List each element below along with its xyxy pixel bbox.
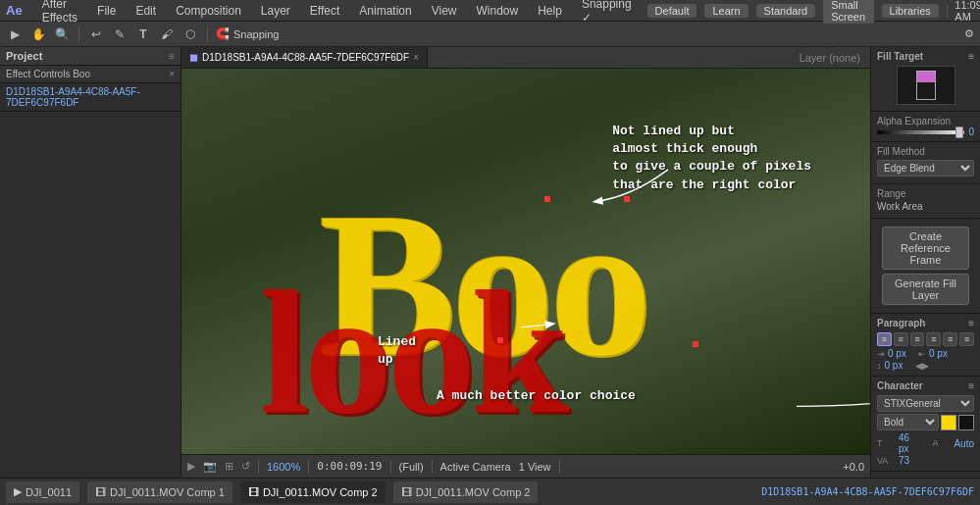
zoom-level[interactable]: 1600% bbox=[267, 461, 300, 473]
zoom-tool-icon[interactable]: 🔍 bbox=[53, 25, 71, 43]
bottom-tab-comp1[interactable]: 🎞 DJI_0011.MOV Comp 1 bbox=[87, 481, 232, 503]
align-center-button[interactable]: ≡ bbox=[894, 332, 908, 346]
workspace-standard[interactable]: Standard bbox=[756, 4, 816, 18]
rotate-tool-icon[interactable]: ↩ bbox=[87, 25, 105, 43]
camera-icon[interactable]: 📷 bbox=[203, 460, 217, 473]
indent-left-value[interactable]: 0 px bbox=[888, 348, 915, 359]
range-label: Range bbox=[877, 188, 974, 199]
workspace-libraries[interactable]: Libraries bbox=[882, 4, 939, 18]
font-style-select[interactable]: Bold bbox=[877, 414, 939, 430]
fill-method-select[interactable]: Edge Blend bbox=[877, 160, 974, 177]
corner-marker-tl bbox=[544, 196, 550, 202]
indent-right-value[interactable]: 0 px bbox=[929, 348, 956, 359]
hand-tool-icon[interactable]: ✋ bbox=[29, 25, 47, 43]
alpha-expansion-section: Alpha Expansion 0 bbox=[871, 112, 980, 142]
workspace-small-screen[interactable]: Small Screen bbox=[823, 0, 873, 24]
comp-footer: ▶ 📷 ⊞ ↺ 1600% 0:00:09:19 (Full) Active C… bbox=[181, 454, 870, 478]
justify-center-button[interactable]: ≡ bbox=[943, 332, 957, 346]
fill-method-row: Edge Blend bbox=[877, 160, 974, 177]
layer-label: Layer (none) bbox=[799, 52, 860, 64]
font-size-value[interactable]: 46 px bbox=[899, 432, 922, 454]
system-time: 11:09 AM bbox=[954, 0, 980, 23]
create-reference-frame-button[interactable]: Create Reference Frame bbox=[882, 227, 969, 270]
composition-viewport[interactable]: Boo look Not lined up but almost thick e… bbox=[181, 69, 870, 454]
magnet-icon: 🧲 bbox=[216, 27, 230, 40]
corner-marker-ml bbox=[497, 337, 503, 343]
project-panel-header: Project ≡ bbox=[0, 47, 181, 66]
stroke-color-swatch[interactable] bbox=[958, 415, 974, 430]
shape-tool-icon[interactable]: ⬡ bbox=[181, 25, 199, 43]
bottom-bar: ▶ DJI_0011 🎞 DJI_0011.MOV Comp 1 🎞 DJI_0… bbox=[0, 478, 980, 505]
menu-edit[interactable]: Edit bbox=[131, 4, 160, 18]
text-color-swatch[interactable] bbox=[941, 415, 956, 430]
snapping-toggle[interactable]: Snapping ✓ bbox=[578, 0, 636, 25]
play-icon[interactable]: ▶ bbox=[187, 460, 195, 473]
menu-effect[interactable]: Effect bbox=[306, 4, 343, 18]
workspace-learn[interactable]: Learn bbox=[704, 4, 748, 18]
toolbar-separator-2 bbox=[207, 26, 208, 42]
comp-tab-bar: ◼ D1D18SB1-A9A4-4C88-AA5F-7DEF6C97F6DF ×… bbox=[181, 47, 870, 69]
align-right-button[interactable]: ≡ bbox=[910, 332, 925, 346]
brush-tool-icon[interactable]: 🖌 bbox=[158, 25, 176, 43]
font-name-select[interactable]: STIXGeneral bbox=[877, 395, 974, 412]
bottom-tab-comp3[interactable]: 🎞 DJI_0011.MOV Comp 2 bbox=[393, 481, 539, 503]
menu-after-effects[interactable]: After Effects bbox=[38, 0, 81, 25]
pen-tool-icon[interactable]: ✎ bbox=[111, 25, 129, 43]
tab-icon-dji: ▶ bbox=[14, 485, 22, 498]
camera-label[interactable]: Active Camera bbox=[440, 461, 511, 473]
menu-file[interactable]: File bbox=[93, 4, 120, 18]
tab-icon-comp2: 🎞 bbox=[248, 486, 259, 498]
effect-controls-close[interactable]: × bbox=[169, 69, 175, 79]
comp-path: D1D18SB1-A9A4-4CB8-AA5F-7DEF6C97F6DF bbox=[761, 486, 974, 497]
corner-marker-tr bbox=[624, 196, 630, 202]
justify-right-button[interactable]: ≡ bbox=[959, 332, 974, 346]
effect-controls-header: Effect Controls Boo × bbox=[0, 66, 181, 83]
character-menu-icon[interactable]: ≡ bbox=[968, 380, 974, 391]
alpha-expansion-label: Alpha Expansion bbox=[877, 116, 974, 126]
menu-window[interactable]: Window bbox=[473, 4, 523, 18]
menu-view[interactable]: View bbox=[428, 4, 461, 18]
fill-target-title: Fill Target ≡ bbox=[877, 51, 974, 62]
text-tool-icon[interactable]: T bbox=[134, 25, 152, 43]
grid-icon[interactable]: ⊞ bbox=[225, 460, 233, 473]
comp-tab-active[interactable]: ◼ D1D18SB1-A9A4-4C88-AA5F-7DEF6C97F6DF × bbox=[181, 47, 428, 68]
annotation-top: Not lined up but almost thick enough to … bbox=[612, 123, 811, 194]
character-title: Character ≡ bbox=[877, 380, 974, 391]
annotation-bottom: A much better color choice bbox=[437, 387, 636, 405]
toolbar-right: ⚙ bbox=[964, 27, 974, 40]
selection-tool-icon[interactable]: ▶ bbox=[6, 25, 24, 43]
menu-composition[interactable]: Composition bbox=[172, 4, 245, 18]
work-area-text: Work Area bbox=[877, 201, 974, 212]
reset-icon[interactable]: ↺ bbox=[241, 460, 250, 473]
tab-label-comp3: DJI_0011.MOV Comp 2 bbox=[416, 486, 531, 498]
space-before-value[interactable]: 0 px bbox=[885, 360, 912, 371]
font-style-row: Bold bbox=[877, 414, 974, 430]
workspace-default[interactable]: Default bbox=[647, 4, 697, 18]
menu-layer[interactable]: Layer bbox=[257, 4, 294, 18]
space-before-icon: ↕ bbox=[877, 361, 882, 371]
tracking-value[interactable]: 73 bbox=[899, 455, 909, 466]
justify-left-button[interactable]: ≡ bbox=[926, 332, 941, 346]
space-before-row: ↕ 0 px ◀▶ bbox=[877, 360, 974, 371]
align-left-button[interactable]: ≡ bbox=[877, 332, 892, 346]
project-panel-title: Project bbox=[6, 50, 42, 62]
menu-help[interactable]: Help bbox=[534, 4, 566, 18]
alpha-slider-track[interactable] bbox=[877, 130, 964, 134]
menu-animation[interactable]: Animation bbox=[355, 4, 415, 18]
toolbar-separator-1 bbox=[78, 26, 79, 42]
resolution-label[interactable]: (Full) bbox=[399, 461, 424, 473]
leading-label: A bbox=[932, 438, 950, 448]
bottom-tab-dji[interactable]: ▶ DJI_0011 bbox=[6, 481, 79, 503]
effect-controls-label: Effect Controls Boo bbox=[6, 69, 90, 79]
views-label[interactable]: 1 View bbox=[519, 461, 551, 473]
bottom-tab-comp2[interactable]: 🎞 DJI_0011.MOV Comp 2 bbox=[240, 481, 386, 503]
alpha-slider[interactable]: 0 bbox=[877, 126, 974, 137]
alpha-slider-thumb[interactable] bbox=[955, 126, 963, 138]
leading-value[interactable]: Auto bbox=[954, 438, 974, 449]
fill-target-menu-icon[interactable]: ≡ bbox=[968, 51, 974, 62]
font-size-icon: T bbox=[877, 438, 895, 448]
comp-tab-close[interactable]: × bbox=[413, 52, 419, 63]
paragraph-menu-icon[interactable]: ≡ bbox=[968, 318, 974, 328]
generate-fill-layer-button[interactable]: Generate Fill Layer bbox=[882, 274, 969, 305]
timecode-display: 0:00:09:19 bbox=[317, 460, 382, 473]
